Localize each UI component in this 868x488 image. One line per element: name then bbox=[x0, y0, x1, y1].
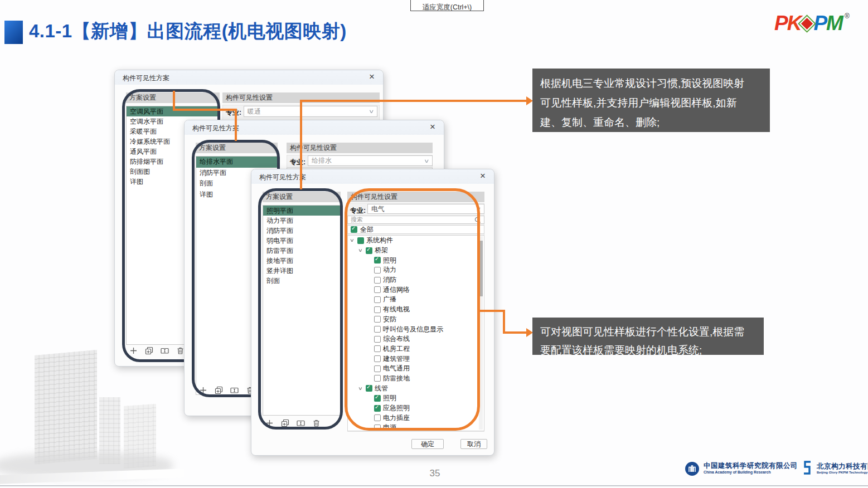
pkpm-letter: P bbox=[774, 12, 787, 35]
visibility-settings-header: 构件可见性设置 bbox=[222, 92, 380, 103]
profession-value: 给排水 bbox=[312, 156, 425, 165]
page-number: 35 bbox=[423, 468, 447, 479]
close-icon[interactable]: × bbox=[366, 71, 377, 82]
title-accent-square bbox=[4, 21, 23, 44]
cancel-button[interactable]: 取消 bbox=[460, 439, 487, 449]
pkpm-letter: M bbox=[826, 12, 842, 35]
chevron-down-icon: ∨ bbox=[424, 158, 430, 164]
org-name-cn: 北京构力科技有限公司 bbox=[817, 463, 868, 471]
highlight-frame-3 bbox=[258, 188, 343, 430]
page-title: 4.1-1【新增】出图流程(机电视图映射) bbox=[29, 19, 347, 44]
close-icon[interactable]: × bbox=[477, 170, 488, 182]
cabr-org: 中国建筑科学研究院有限公司 China Academy of Building … bbox=[704, 462, 798, 474]
org-name-en: Beijing Glory PKPM Technology Co.,Ltd. bbox=[817, 471, 868, 475]
registered-mark: ® bbox=[845, 12, 850, 20]
dialog-titlebar[interactable]: 构件可见性方案 × bbox=[251, 169, 494, 184]
org-name-en: China Academy of Building Research bbox=[704, 470, 798, 474]
annotation-line: 要配置该样板需要映射的机电系统; bbox=[540, 341, 756, 359]
pkpm-letter: K bbox=[787, 12, 801, 35]
pkpm-letter: P bbox=[813, 12, 826, 35]
dialog-titlebar[interactable]: 构件可见性方案 × bbox=[185, 120, 444, 135]
dialog-title: 构件可见性方案 bbox=[259, 173, 306, 182]
highlight-frame-orange bbox=[345, 188, 480, 431]
close-icon[interactable]: × bbox=[427, 121, 438, 133]
visibility-settings-header: 构件可见性设置 bbox=[287, 143, 433, 153]
annotation-preset-templates: 根据机电三专业常规设计习惯,预设视图映射 可见性样板,并支持用户编辑视图样板,如… bbox=[532, 69, 770, 132]
annotation-line: 建、复制、重命名、删除; bbox=[540, 113, 762, 132]
annotation-line: 根据机电三专业常规设计习惯,预设视图映射 bbox=[540, 74, 762, 93]
pkpm-diamond-icon bbox=[801, 17, 813, 29]
cabr-logo-icon bbox=[685, 461, 700, 476]
org-name-cn: 中国建筑科学研究院有限公司 bbox=[704, 462, 798, 470]
dialog-title: 构件可见性方案 bbox=[192, 124, 239, 133]
chevron-down-icon: ∨ bbox=[368, 109, 375, 114]
pkpm-logo: PKPM® bbox=[774, 12, 850, 35]
profession-label: 专业: bbox=[290, 158, 306, 167]
annotation-custom-settings: 可对视图可见性样板进行个性化设置,根据需 要配置该样板需要映射的机电系统; bbox=[532, 318, 764, 355]
fit-width-tooltip: 适应宽度(Ctrl+\) bbox=[410, 0, 484, 11]
profession-value: 暖通 bbox=[248, 107, 370, 116]
ok-button[interactable]: 确定 bbox=[411, 439, 444, 449]
profession-label: 专业: bbox=[226, 108, 241, 118]
annotation-line: 可见性样板,并支持用户编辑视图样板,如新 bbox=[540, 93, 762, 113]
footer-logos: 中国建筑科学研究院有限公司 China Academy of Building … bbox=[685, 460, 868, 477]
glory-org: 北京构力科技有限公司 Beijing Glory PKPM Technology… bbox=[817, 463, 868, 474]
dialog-titlebar[interactable]: 构件可见性方案 × bbox=[115, 70, 383, 85]
glory-logo-icon bbox=[802, 460, 813, 477]
dialog-title: 构件可见性方案 bbox=[123, 74, 169, 83]
profession-select[interactable]: 暖通 ∨ bbox=[244, 106, 377, 117]
annotation-line: 可对视图可见性样板进行个性化设置,根据需 bbox=[540, 323, 756, 341]
profession-select[interactable]: 给排水 ∨ bbox=[308, 155, 433, 166]
footer-divider bbox=[0, 485, 868, 486]
